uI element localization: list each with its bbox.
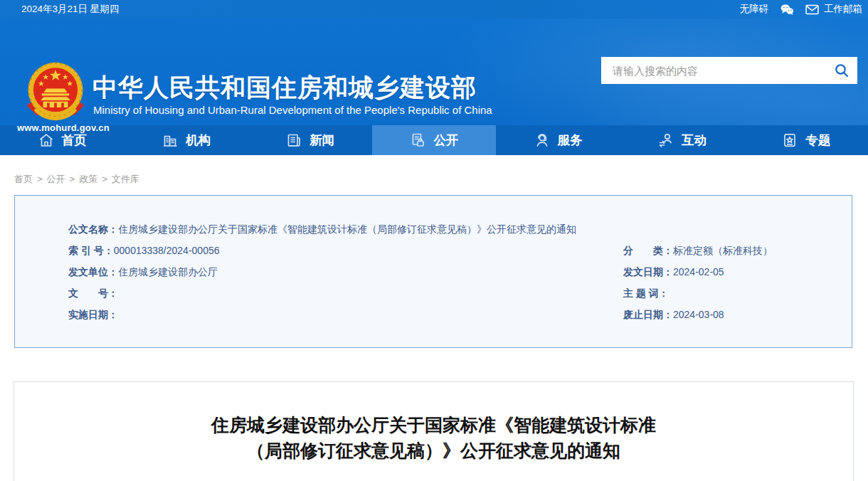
field-label: 发文日期： — [623, 266, 673, 278]
breadcrumb-separator: > — [102, 174, 107, 184]
field-doc-number: 文 号： — [68, 286, 623, 301]
work-mailbox-label: 工作邮箱 — [824, 3, 862, 16]
breadcrumb: 首页>公开>政策>文件库 — [14, 173, 868, 186]
breadcrumb-separator: > — [70, 174, 75, 184]
field-category: 分 类：标准定额（标准科技） — [623, 243, 852, 258]
field-value: 2024-03-08 — [673, 309, 724, 320]
breadcrumb-link-policy[interactable]: 政策 — [79, 174, 97, 184]
field-value: 000013338/2024-00056 — [114, 245, 220, 256]
field-index-number: 索 引 号：000013338/2024-00056 — [68, 243, 623, 258]
nav-tab-topics[interactable]: 专题 — [744, 125, 868, 155]
article-title-line1: 住房城乡建设部办公厅关于国家标准《智能建筑设计标准 — [211, 415, 656, 435]
person-arrows-icon — [657, 132, 674, 149]
field-label: 索 引 号： — [68, 245, 114, 256]
site-url: www.mohurd.gov.cn — [17, 122, 94, 133]
document-lock-icon — [409, 132, 426, 149]
nav-tab-label: 公开 — [433, 132, 458, 149]
breadcrumb-link-disclosure[interactable]: 公开 — [47, 174, 65, 184]
field-value: 住房城乡建设部办公厅关于国家标准《智能建筑设计标准（局部修订征求意见稿）》公开征… — [118, 223, 576, 235]
field-value: 2024-02-05 — [673, 266, 724, 278]
field-label: 文 号： — [68, 287, 118, 299]
breadcrumb-link-library[interactable]: 文件库 — [112, 174, 139, 184]
site-subtitle: Ministry of Housing and Urban-Rural Deve… — [93, 104, 492, 116]
nav-tab-label: 服务 — [558, 132, 583, 149]
building-icon — [162, 132, 179, 149]
field-issuing-unit: 发文单位：住房城乡建设部办公厅 — [68, 265, 623, 280]
nav-tab-label: 专题 — [805, 132, 830, 149]
field-doc-name: 公文名称：住房城乡建设部办公厅关于国家标准《智能建筑设计标准（局部修订征求意见稿… — [68, 222, 852, 237]
nav-tab-interaction[interactable]: 互动 — [620, 125, 743, 155]
field-label: 公文名称： — [68, 223, 118, 235]
accessibility-link[interactable]: 无障碍 — [740, 3, 769, 16]
field-value: 住房城乡建设部办公厅 — [118, 266, 218, 278]
star-badge-icon — [781, 132, 798, 149]
service-headset-icon — [534, 132, 551, 149]
mail-icon — [805, 4, 820, 15]
nav-tab-organization[interactable]: 机构 — [124, 125, 248, 155]
topbar: 2024年3月21日 星期四 无障碍 工作邮箱 — [0, 0, 868, 18]
field-label: 发文单位： — [68, 266, 118, 278]
article-title: 住房城乡建设部办公厅关于国家标准《智能建筑设计标准 （局部修订征求意见稿）》公开… — [14, 412, 853, 463]
article-title-line2: （局部修订征求意见稿）》公开征求意见的通知 — [247, 440, 620, 460]
nav-tab-label: 机构 — [186, 132, 211, 149]
field-value: 标准定额（标准科技） — [673, 245, 773, 256]
field-label: 废止日期： — [623, 309, 673, 320]
topbar-links: 无障碍 工作邮箱 — [740, 3, 863, 16]
site-title: 中华人民共和国住房和城乡建设部 — [92, 71, 477, 105]
nav-tab-label: 新闻 — [309, 132, 334, 149]
breadcrumb-separator: > — [37, 174, 43, 184]
field-implement-date: 实施日期： — [68, 307, 623, 322]
newspaper-icon — [285, 132, 302, 149]
nav-tab-disclosure[interactable]: 公开 — [372, 125, 496, 155]
wechat-icon[interactable] — [780, 4, 794, 15]
search-box — [601, 57, 857, 84]
nav-tab-label: 首页 — [62, 132, 87, 149]
field-issue-date: 发文日期：2024-02-05 — [623, 265, 852, 280]
nav-tab-services[interactable]: 服务 — [496, 125, 620, 155]
field-label: 实施日期： — [68, 309, 118, 320]
nav-tab-label: 互动 — [682, 132, 706, 149]
work-mailbox-link[interactable]: 工作邮箱 — [805, 3, 862, 16]
info-grid: 索 引 号：000013338/2024-00056 分 类：标准定额（标准科技… — [68, 243, 852, 329]
breadcrumb-link-home[interactable]: 首页 — [14, 174, 33, 184]
field-label: 主 题 词： — [623, 287, 669, 299]
site-header: www.mohurd.gov.cn 中华人民共和国住房和城乡建设部 Minist… — [0, 18, 868, 125]
search-input[interactable] — [601, 57, 826, 84]
article-card: 住房城乡建设部办公厅关于国家标准《智能建筑设计标准 （局部修订征求意见稿）》公开… — [14, 381, 854, 481]
home-icon — [38, 132, 55, 149]
field-label: 分 类： — [623, 245, 673, 256]
main-nav: 首页 机构 新闻 公开 — [0, 125, 868, 155]
field-abolish-date: 废止日期：2024-03-08 — [623, 307, 852, 322]
search-icon[interactable] — [826, 57, 857, 84]
document-info-box: 公文名称：住房城乡建设部办公厅关于国家标准《智能建筑设计标准（局部修订征求意见稿… — [14, 195, 852, 348]
nav-tab-news[interactable]: 新闻 — [248, 125, 372, 155]
topbar-date: 2024年3月21日 星期四 — [21, 3, 119, 16]
national-emblem-logo — [23, 61, 88, 122]
field-subject-words: 主 题 词： — [623, 286, 852, 301]
